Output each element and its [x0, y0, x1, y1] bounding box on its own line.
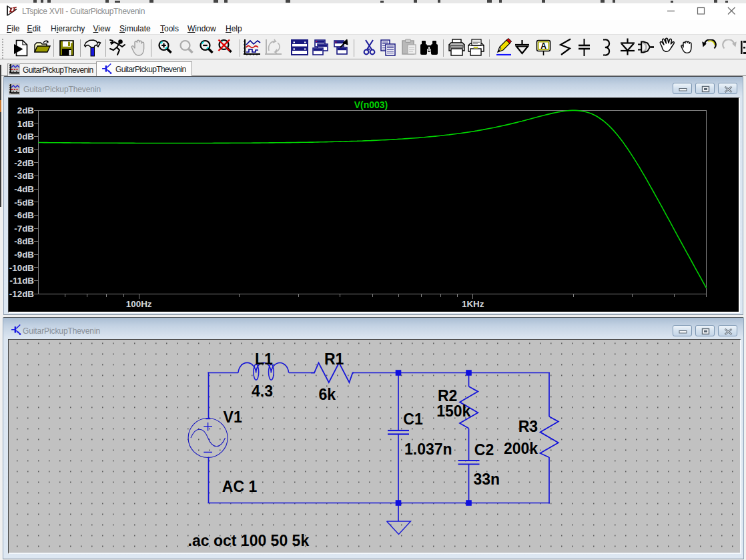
- svg-text:R2: R2: [438, 387, 457, 404]
- svg-text:-6dB: -6dB: [14, 210, 34, 220]
- svg-text:-9dB: -9dB: [14, 250, 34, 260]
- svg-text:200k: 200k: [504, 440, 538, 457]
- svg-text:V1: V1: [224, 408, 242, 426]
- svg-text:1KHz: 1KHz: [462, 299, 484, 309]
- svg-text:.ac oct 100 50 5k: .ac oct 100 50 5k: [188, 532, 310, 549]
- svg-text:-10dB: -10dB: [9, 263, 35, 273]
- svg-text:6k: 6k: [319, 386, 336, 403]
- svg-text:-8dB: -8dB: [14, 236, 34, 246]
- svg-text:100Hz: 100Hz: [126, 299, 152, 309]
- svg-text:-2dB: -2dB: [14, 158, 34, 168]
- svg-text:1dB: 1dB: [17, 119, 35, 129]
- svg-text:4.3: 4.3: [252, 382, 273, 400]
- svg-text:R1: R1: [324, 350, 344, 368]
- svg-text:-11dB: -11dB: [10, 276, 35, 286]
- svg-text:-7dB: -7dB: [14, 224, 34, 234]
- svg-text:-3dB: -3dB: [14, 171, 34, 181]
- svg-text:150k: 150k: [436, 402, 470, 420]
- svg-text:R3: R3: [518, 418, 538, 435]
- svg-text:A: A: [540, 41, 546, 51]
- svg-text:33n: 33n: [474, 471, 500, 488]
- svg-text:-12dB: -12dB: [9, 289, 35, 299]
- svg-text:1.037n: 1.037n: [404, 441, 452, 458]
- svg-text:0dB: 0dB: [17, 131, 35, 142]
- svg-text:C1: C1: [403, 410, 423, 428]
- svg-text:V(n003): V(n003): [354, 99, 388, 110]
- svg-text:-1dB: -1dB: [14, 145, 34, 155]
- svg-text:-5dB: -5dB: [14, 198, 34, 208]
- svg-text:AC 1: AC 1: [222, 478, 258, 495]
- svg-text:C2: C2: [474, 441, 494, 459]
- svg-text:L1: L1: [255, 350, 273, 368]
- svg-text:-4dB: -4dB: [14, 184, 34, 194]
- svg-text:2dB: 2dB: [17, 105, 35, 115]
